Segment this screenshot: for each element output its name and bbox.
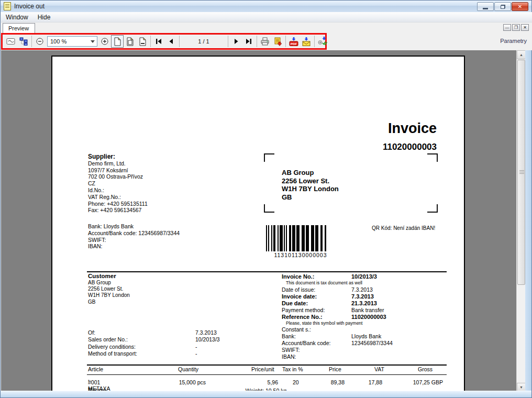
export-verify-button[interactable] bbox=[316, 35, 329, 48]
arrow-down-icon: ▼ bbox=[519, 385, 523, 389]
mdi-minimize-button[interactable]: — bbox=[503, 24, 511, 31]
address-window-corner bbox=[264, 204, 274, 213]
printer-icon bbox=[260, 37, 270, 46]
address-line: W1H 7BY London bbox=[282, 185, 339, 193]
field-value: - bbox=[195, 344, 197, 350]
detail-value: 7.3.2013 bbox=[351, 293, 374, 300]
detail-value: Bank transfer bbox=[351, 307, 384, 314]
item-vat: 17,88 bbox=[338, 379, 382, 385]
detail-value: 7.3.2013 bbox=[351, 286, 373, 293]
minimize-button[interactable] bbox=[477, 2, 494, 11]
column-header: Quantity bbox=[178, 366, 198, 372]
detail-label: Reference No.: bbox=[282, 314, 323, 320]
column-header: Gross bbox=[418, 366, 433, 372]
mailing-address-block: AB Group 2256 Lower St. W1H 7BY London G… bbox=[282, 169, 339, 201]
invoice-page: Invoice 11020000003 Supplier: Demo firm,… bbox=[51, 56, 465, 392]
export-mail-button[interactable] bbox=[300, 35, 313, 48]
print-button[interactable] bbox=[259, 35, 271, 48]
detail-value: 10/2013/3 bbox=[351, 273, 377, 280]
fit-width-icon bbox=[139, 37, 147, 46]
field-label: Of: bbox=[88, 329, 95, 336]
address-line: GB bbox=[282, 193, 339, 202]
first-page-button[interactable] bbox=[152, 35, 165, 48]
toolbar-separator bbox=[285, 36, 286, 47]
address-line: 2256 Lower St. bbox=[282, 177, 339, 185]
invoice-details: Invoice No.:10/2013/3 This document is t… bbox=[282, 273, 447, 360]
supplier-line: VAT Reg.No.: bbox=[88, 194, 148, 201]
menu-hide[interactable]: Hide bbox=[33, 13, 56, 22]
zoom-in-button[interactable] bbox=[98, 35, 111, 48]
scrollbar-thumb[interactable] bbox=[517, 60, 525, 285]
close-button[interactable]: ✕ bbox=[512, 2, 528, 11]
envelope-button[interactable] bbox=[5, 35, 17, 48]
export-pdf-button[interactable]: PDF bbox=[287, 35, 300, 48]
zoom-level-value: 100 % bbox=[50, 38, 66, 45]
preview-area[interactable]: Invoice 11020000003 Supplier: Demo firm,… bbox=[1, 50, 517, 392]
tab-strip: Preview — ❐ ✕ bbox=[1, 23, 532, 33]
column-header: Price/unit bbox=[251, 366, 274, 372]
tab-preview[interactable]: Preview bbox=[3, 23, 35, 33]
export-verify-icon bbox=[318, 37, 328, 46]
export-document-icon bbox=[273, 37, 282, 46]
item-article: #001 METAXA 3* bbox=[88, 379, 90, 386]
single-page-icon bbox=[114, 37, 121, 46]
detail-label: Invoice date: bbox=[282, 293, 317, 300]
bank-line: Account/Bank code: 123456987/3344 bbox=[88, 230, 180, 237]
fit-page-button[interactable] bbox=[124, 35, 136, 48]
restore-icon bbox=[501, 5, 505, 9]
column-header: VAT bbox=[374, 366, 384, 372]
item-price: 89,38 bbox=[296, 379, 345, 385]
toolbar-highlight-box: 100 % bbox=[1, 33, 327, 50]
toolbar-separator bbox=[31, 36, 32, 47]
window-title: Invoice out bbox=[14, 3, 45, 10]
item-gross: 107,25 GBP bbox=[380, 379, 443, 385]
toolbar-separator bbox=[179, 36, 180, 47]
field-value: 10/2013/3 bbox=[195, 336, 220, 343]
customer-line: AB Group bbox=[88, 280, 130, 286]
divider bbox=[87, 271, 447, 272]
order-fields: Of:7.3.2013 Sales order No.:10/2013/3 De… bbox=[88, 329, 137, 358]
mdi-close-button[interactable]: ✕ bbox=[521, 24, 529, 31]
detail-label: Invoice No.: bbox=[282, 273, 314, 280]
address-window-corner bbox=[264, 153, 274, 162]
toolbar-separator bbox=[314, 36, 315, 47]
menu-bar: Window Hide bbox=[1, 12, 532, 23]
invoice-title: Invoice bbox=[388, 120, 437, 137]
column-header: Article bbox=[88, 366, 103, 372]
parameters-label[interactable]: Parametry bbox=[500, 38, 527, 44]
barcode: 113101130000003 bbox=[266, 225, 335, 259]
last-page-button[interactable] bbox=[242, 35, 255, 48]
zoom-out-button[interactable] bbox=[34, 35, 46, 48]
mdi-restore-button[interactable]: ❐ bbox=[512, 24, 520, 31]
envelope-icon bbox=[6, 38, 16, 45]
document-map-button[interactable] bbox=[17, 35, 30, 48]
address-window-corner bbox=[427, 204, 438, 213]
toolbar: 100 % bbox=[1, 33, 532, 50]
pdf-badge-text: PDF bbox=[291, 41, 297, 45]
next-page-button[interactable] bbox=[230, 35, 242, 48]
quick-export-button[interactable] bbox=[271, 35, 284, 48]
mail-export-icon bbox=[302, 37, 311, 46]
pdf-export-icon: PDF bbox=[289, 37, 298, 46]
bank-line: Bank: Lloyds Bank bbox=[88, 223, 180, 230]
zoom-level-select[interactable]: 100 % bbox=[47, 36, 97, 47]
qr-code-note: QR Kód: Není zadán IBAN! bbox=[372, 225, 435, 231]
fit-width-button[interactable] bbox=[136, 35, 149, 48]
supplier-line: 702 00 Ostrava-Přívoz bbox=[88, 173, 148, 180]
previous-page-icon bbox=[168, 38, 174, 45]
field-value: - bbox=[195, 350, 197, 357]
app-document-icon bbox=[4, 2, 11, 10]
restore-button[interactable] bbox=[494, 2, 511, 11]
divider bbox=[87, 374, 447, 375]
field-label: Sales order No.: bbox=[88, 336, 128, 342]
barcode-bars bbox=[266, 225, 335, 251]
scroll-up-button[interactable]: ▲ bbox=[517, 50, 526, 59]
menu-window[interactable]: Window bbox=[1, 13, 33, 22]
customer-block: Customer AB Group 2256 Lower St. W1H 7BY… bbox=[88, 273, 130, 305]
vertical-scrollbar[interactable]: ▲ ▼ bbox=[516, 50, 525, 392]
detail-label: IBAN: bbox=[282, 353, 296, 360]
detail-label: Date of issue: bbox=[282, 286, 315, 293]
previous-page-button[interactable] bbox=[165, 35, 178, 48]
customer-line: 2256 Lower St. bbox=[88, 286, 130, 292]
page-actual-size-button[interactable] bbox=[111, 35, 124, 48]
